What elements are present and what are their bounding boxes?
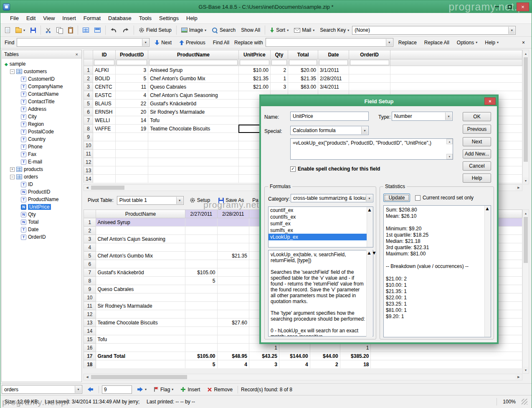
cell[interactable]: 19	[116, 125, 148, 133]
menu-database[interactable]: Database	[104, 13, 135, 23]
minimize-button[interactable]	[491, 3, 503, 11]
scrollbar-thumb[interactable]	[524, 217, 528, 263]
function-list-scrollbar[interactable]: ▲▼	[367, 207, 373, 247]
cell[interactable]: $21.35	[288, 74, 318, 83]
close-button[interactable]: ×	[517, 3, 529, 11]
function-item-countIf_ex[interactable]: countIf_ex	[269, 207, 373, 214]
cell[interactable]: 3	[249, 360, 279, 369]
cell[interactable]	[116, 150, 148, 158]
cell[interactable]: $10.00	[238, 66, 270, 74]
cell[interactable]	[349, 74, 390, 83]
cell[interactable]: 20	[116, 108, 148, 116]
cell[interactable]: Chef Anton's Gumbo Mix	[96, 252, 185, 260]
copy-button[interactable]	[54, 26, 65, 35]
scrollbar-thumb[interactable]	[524, 57, 528, 162]
new-button[interactable]	[3, 26, 13, 35]
cell[interactable]	[185, 319, 217, 327]
scroll-down-icon[interactable]: ▼	[372, 207, 373, 213]
find-previous-button[interactable]: Previous	[177, 39, 208, 46]
tree-field-Qty[interactable]: NQty	[2, 211, 81, 218]
cell[interactable]: Gustaf's Knäckebröd	[148, 99, 239, 108]
cell[interactable]	[148, 158, 239, 166]
category-select[interactable]: cross-table summarizing & lookup▾	[291, 194, 373, 202]
row-number[interactable]: 2	[84, 74, 93, 83]
find-all-button[interactable]: Find All	[210, 39, 232, 46]
cell[interactable]	[96, 344, 185, 352]
row-number[interactable]: 5	[84, 252, 96, 260]
cell[interactable]: Tofu	[148, 116, 239, 125]
cell[interactable]: $105.00	[185, 268, 217, 277]
cell[interactable]	[96, 243, 185, 252]
row-number[interactable]: 2	[84, 227, 96, 235]
cell[interactable]	[185, 218, 217, 227]
cell[interactable]: 5	[185, 277, 217, 285]
cell[interactable]: $105.00	[185, 352, 217, 360]
cell[interactable]: Tofu	[96, 335, 185, 344]
cell[interactable]	[148, 133, 239, 141]
cell[interactable]: $144.00	[279, 352, 310, 360]
row-number[interactable]: 10	[84, 141, 93, 150]
menu-format[interactable]: Format	[80, 13, 104, 23]
row-number[interactable]: 6	[84, 108, 93, 116]
scroll-left-icon[interactable]: ◀	[84, 374, 91, 380]
spell-check-checkbox[interactable]: ✓	[290, 166, 296, 172]
cell[interactable]	[217, 260, 249, 268]
cell[interactable]: $63.00	[288, 83, 318, 91]
dialog-close-button[interactable]: ×	[484, 97, 496, 105]
cell[interactable]: 3/1/2011	[318, 66, 349, 74]
cell[interactable]	[96, 260, 185, 268]
options-button[interactable]: Options▾	[454, 39, 480, 46]
cell[interactable]	[185, 243, 217, 252]
show-all-button[interactable]: Show All	[238, 26, 263, 35]
special-select[interactable]: Calculation formula▾	[290, 126, 369, 135]
cell[interactable]: 5	[185, 360, 217, 369]
cell[interactable]: 11	[116, 83, 148, 91]
scroll-up-icon[interactable]: ▲	[485, 206, 490, 212]
dialog-help-button[interactable]: Help	[463, 173, 491, 183]
cell[interactable]: $44.00	[310, 352, 340, 360]
cell[interactable]	[217, 218, 249, 227]
cell[interactable]	[217, 344, 249, 352]
tree-field-Phone[interactable]: TPhone	[2, 143, 81, 150]
function-item-sumIf_ex[interactable]: sumIf_ex	[269, 220, 373, 227]
row-number[interactable]: 10	[84, 293, 96, 302]
tree-field-Date[interactable]: TDate	[2, 226, 81, 233]
collapse-icon[interactable]: −	[10, 175, 15, 179]
main-grid-vscrollbar[interactable]: ▲ ▼	[522, 50, 529, 184]
column-header-ProductID[interactable]: ProductID	[116, 50, 148, 59]
row-number[interactable]: 12	[84, 158, 93, 166]
cell[interactable]	[116, 158, 148, 166]
pivot-column-header-2-27-2011[interactable]: 2/27/2011	[185, 210, 217, 218]
cell[interactable]: $21.35	[238, 74, 270, 83]
tree-table-products[interactable]: +products	[2, 166, 81, 173]
cell[interactable]	[217, 277, 249, 285]
cell[interactable]: Gustaf's Knäckebröd	[96, 268, 185, 277]
menu-settings[interactable]: Settings	[155, 13, 182, 23]
cell[interactable]: Aniseed Syrup	[148, 66, 239, 74]
cell[interactable]	[116, 175, 148, 183]
cell[interactable]: Chef Anton's Cajun Seasoning	[148, 91, 239, 99]
cell[interactable]: $43.25	[249, 352, 279, 360]
row-number[interactable]: 1	[84, 218, 96, 227]
function-item-sumIfs_ex[interactable]: sumIfs_ex	[269, 227, 373, 234]
pivot-table-select[interactable]: Pivot table 1▾	[117, 196, 184, 205]
tree-table-orders[interactable]: −orders	[2, 173, 81, 181]
filter-cell-ProductName[interactable]	[148, 59, 239, 66]
row-number[interactable]: 16	[84, 344, 96, 352]
cell[interactable]	[217, 310, 249, 319]
expand-icon[interactable]: +	[10, 167, 15, 172]
description-scrollbar[interactable]: ▲▼	[366, 250, 372, 337]
filter-cell-ProductID[interactable]	[116, 59, 148, 66]
formula-scroll-up-icon[interactable]: ▲	[446, 139, 453, 144]
row-number[interactable]: 11	[84, 302, 96, 310]
cell[interactable]: $20.00	[288, 66, 318, 74]
flag-button[interactable]: Flag▾	[152, 386, 175, 393]
cell[interactable]: 14	[116, 116, 148, 125]
cell[interactable]: 3/4/2011	[318, 83, 349, 91]
cell[interactable]: EASTC	[93, 91, 116, 99]
remove-record-button[interactable]: Remove	[205, 386, 235, 393]
scroll-down-icon[interactable]: ▼	[523, 177, 529, 184]
cell[interactable]	[116, 133, 148, 141]
cell[interactable]	[96, 310, 185, 319]
row-number[interactable]: 14	[84, 175, 93, 183]
